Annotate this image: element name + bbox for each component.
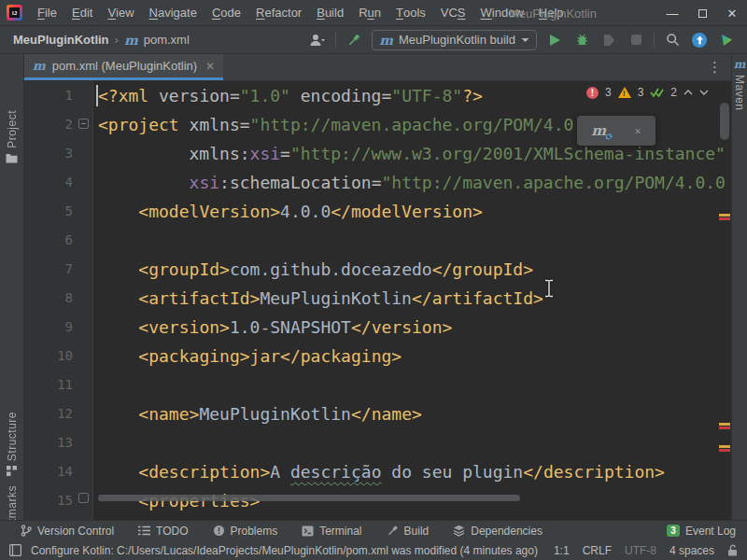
code-with-me-icon[interactable] bbox=[717, 31, 736, 49]
error-stripe-mark[interactable] bbox=[719, 423, 730, 429]
toolwindow-dependencies[interactable]: Dependencies bbox=[453, 525, 543, 538]
code-line-7[interactable]: <groupId>com.github.doceazedo</groupId> bbox=[98, 255, 731, 284]
popup-close-icon[interactable]: ✕ bbox=[635, 124, 641, 137]
line-number: 12 bbox=[24, 399, 92, 428]
minimize-button[interactable]: — bbox=[657, 0, 687, 26]
line-number: 10 bbox=[24, 342, 92, 371]
event-log-button[interactable]: 3 Event Log bbox=[667, 525, 736, 538]
code-line-10[interactable]: <packaging>jar</packaging> bbox=[98, 342, 731, 371]
breadcrumb-project[interactable]: MeuPluginKotlin bbox=[13, 33, 109, 47]
breadcrumb-file[interactable]: pom.xml bbox=[144, 33, 190, 47]
menu-item-run[interactable]: Run bbox=[351, 0, 388, 26]
inspections-widget[interactable]: ! 3 3 2 bbox=[583, 84, 712, 101]
menu-item-code[interactable]: Code bbox=[204, 0, 248, 26]
next-problem-chevron-icon[interactable] bbox=[699, 90, 709, 95]
maximize-button[interactable] bbox=[687, 0, 717, 26]
warning-icon bbox=[618, 87, 631, 98]
todo-list-icon bbox=[138, 525, 150, 536]
tool-window-bar: Version Control TODO Problems Terminal B… bbox=[0, 520, 747, 540]
tab-pom-xml[interactable]: m pom.xml (MeuPluginKotlin) ✕ bbox=[24, 54, 223, 80]
menu-item-view[interactable]: View bbox=[100, 0, 141, 26]
update-available-icon[interactable] bbox=[690, 31, 709, 49]
build-project-hammer-icon[interactable] bbox=[345, 31, 363, 49]
code-line-8[interactable]: <artifactId>MeuPluginKotlin</artifactId> bbox=[98, 284, 731, 313]
search-everywhere-icon[interactable] bbox=[663, 31, 682, 49]
typo-count: 2 bbox=[670, 86, 677, 99]
vertical-scrollbar[interactable] bbox=[720, 103, 729, 140]
editor-column: m pom.xml (MeuPluginKotlin) ✕ ⋮ 12345678… bbox=[24, 54, 731, 520]
code-line-5[interactable]: <modelVersion>4.0.0</modelVersion> bbox=[98, 197, 731, 226]
status-message[interactable]: Configure Kotlin: C:/Users/Lucas/IdeaPro… bbox=[31, 544, 544, 557]
menu-bar: FileEditViewNavigateCodeRefactorBuildRun… bbox=[30, 0, 571, 26]
code-editor[interactable]: 123456789101112131415 − <?xml version="1… bbox=[24, 81, 731, 520]
menu-item-navigate[interactable]: Navigate bbox=[142, 0, 204, 26]
fold-marker-collapse[interactable]: − bbox=[78, 119, 89, 129]
run-with-coverage-button[interactable] bbox=[599, 31, 618, 49]
typo-ok-icon bbox=[650, 87, 664, 98]
menu-item-edit[interactable]: Edit bbox=[64, 0, 100, 26]
run-configuration-select[interactable]: m MeuPluginKotlin build bbox=[372, 30, 537, 50]
prev-problem-chevron-icon[interactable] bbox=[684, 90, 693, 95]
user-account-icon[interactable] bbox=[308, 31, 327, 49]
line-number: 6 bbox=[24, 226, 92, 255]
code-line-12[interactable]: <name>MeuPluginKotlin</name> bbox=[98, 399, 731, 428]
folder-icon bbox=[6, 153, 18, 163]
right-tool-stripe: m Maven bbox=[731, 54, 747, 520]
code-line-6[interactable] bbox=[98, 226, 731, 255]
code-line-13[interactable] bbox=[98, 428, 731, 457]
code-line-9[interactable]: <version>1.0-SNAPSHOT</version> bbox=[98, 313, 731, 342]
toolwindow-toggle-icon[interactable] bbox=[9, 544, 21, 556]
tab-options-menu-icon[interactable]: ⋮ bbox=[698, 54, 731, 80]
run-button[interactable] bbox=[545, 31, 564, 49]
maven-file-icon: m bbox=[124, 34, 138, 47]
menu-item-tools[interactable]: Tools bbox=[388, 0, 433, 26]
tab-close-icon[interactable]: ✕ bbox=[204, 60, 215, 73]
line-number: 4 bbox=[24, 168, 92, 197]
breadcrumb-separator-icon: › bbox=[115, 33, 119, 47]
toolwindow-problems[interactable]: Problems bbox=[213, 525, 278, 538]
close-button[interactable]: ✕ bbox=[717, 0, 747, 26]
code-lines: <?xml version="1.0" encoding="UTF-8"?><p… bbox=[94, 81, 731, 520]
line-number: 8 bbox=[24, 284, 92, 313]
toolwindow-build[interactable]: Build bbox=[387, 525, 430, 538]
problems-icon bbox=[213, 525, 225, 537]
error-count: 3 bbox=[605, 86, 612, 99]
line-number: 3 bbox=[24, 139, 92, 168]
toolwindow-todo[interactable]: TODO bbox=[138, 525, 188, 538]
line-number: 1 bbox=[24, 81, 92, 110]
maven-run-config-icon: m bbox=[379, 34, 393, 47]
toolwindow-version-control[interactable]: Version Control bbox=[21, 525, 114, 538]
maven-reload-icon[interactable]: m⟳ bbox=[591, 122, 606, 139]
menu-item-file[interactable]: File bbox=[30, 0, 64, 26]
menu-item-build[interactable]: Build bbox=[309, 0, 351, 26]
gutter-numbers: 123456789101112131415 bbox=[24, 81, 92, 515]
tool-stripe-project[interactable]: Project bbox=[0, 110, 23, 163]
chevron-down-icon bbox=[521, 37, 529, 43]
toolwindow-terminal[interactable]: Terminal bbox=[302, 525, 361, 538]
error-stripe-mark[interactable] bbox=[719, 214, 730, 220]
code-line-11[interactable] bbox=[98, 371, 731, 399]
title-bar: IJ FileEditViewNavigateCodeRefactorBuild… bbox=[0, 0, 747, 26]
status-bar: Configure Kotlin: C:/Users/Lucas/IdeaPro… bbox=[0, 540, 747, 560]
breadcrumb: MeuPluginKotlin › m pom.xml bbox=[0, 33, 190, 47]
code-line-4[interactable]: xsi:schemaLocation="http://maven.apache.… bbox=[98, 168, 731, 197]
tool-stripe-maven[interactable]: m Maven bbox=[732, 59, 747, 111]
encoding-widget[interactable]: UTF-8 bbox=[625, 544, 656, 557]
maven-reload-popup[interactable]: m⟳ ✕ bbox=[577, 116, 655, 146]
indent-widget[interactable]: 4 spaces bbox=[669, 544, 714, 557]
error-stripe-mark[interactable] bbox=[719, 445, 730, 452]
window-controls: — ✕ bbox=[657, 0, 747, 26]
horizontal-scrollbar[interactable] bbox=[98, 495, 520, 501]
caret-position-widget[interactable]: 1:1 bbox=[554, 544, 570, 557]
menu-item-vcs[interactable]: VCS bbox=[433, 0, 473, 26]
line-separator-widget[interactable]: CRLF bbox=[583, 544, 612, 557]
profiler-button[interactable] bbox=[627, 31, 645, 49]
unlock-icon[interactable] bbox=[727, 544, 738, 556]
code-line-14[interactable]: <description>A descrição do seu plugin</… bbox=[98, 457, 731, 486]
maven-tab-icon: m bbox=[33, 60, 46, 72]
debug-button[interactable] bbox=[572, 31, 591, 49]
fold-marker-region[interactable] bbox=[78, 493, 89, 503]
tool-stripe-structure[interactable]: Structure bbox=[0, 412, 23, 476]
terminal-icon bbox=[302, 525, 314, 537]
menu-item-refactor[interactable]: Refactor bbox=[248, 0, 309, 26]
